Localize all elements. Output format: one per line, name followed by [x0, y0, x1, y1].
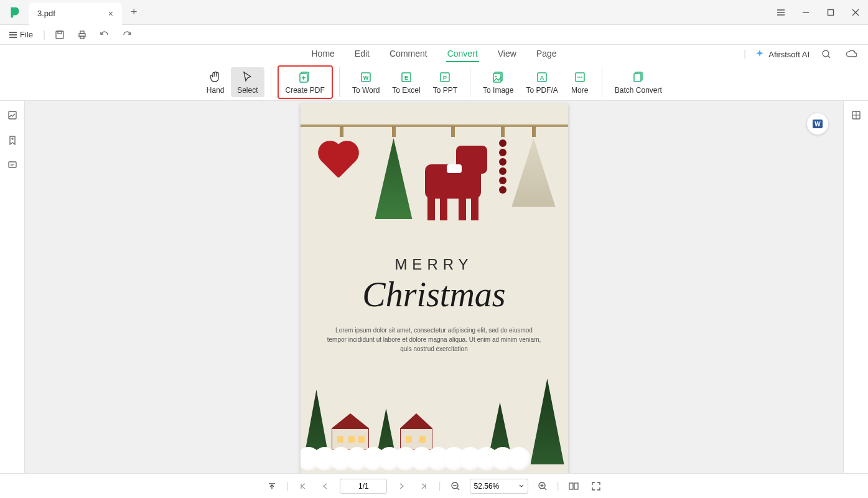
to-image-label: To Image — [483, 86, 513, 95]
svg-point-23 — [581, 77, 582, 78]
window-controls — [768, 0, 868, 25]
svg-rect-0 — [828, 9, 834, 15]
ppt-icon: P — [437, 70, 452, 85]
document-viewport[interactable]: MERRY Christmas Lorem ipsum dolor sit am… — [25, 101, 843, 473]
chevron-down-icon — [519, 484, 524, 489]
create-pdf-button[interactable]: Create PDF — [278, 65, 333, 99]
batch-convert-button[interactable]: Batch Convert — [609, 67, 668, 97]
to-ppt-button[interactable]: P To PPT — [427, 67, 464, 97]
zoom-select[interactable]: 52.56% — [470, 479, 528, 494]
menu-page[interactable]: Page — [535, 46, 558, 62]
batch-convert-label: Batch Convert — [615, 86, 662, 95]
svg-text:W: W — [814, 121, 821, 128]
close-tab-icon[interactable]: × — [108, 9, 113, 19]
menu-home[interactable]: Home — [310, 46, 336, 62]
svg-point-17 — [495, 75, 497, 77]
app-logo — [5, 3, 24, 22]
batch-icon — [631, 70, 646, 85]
svg-text:E: E — [404, 75, 408, 81]
search-icon[interactable] — [818, 46, 834, 62]
file-label: File — [20, 30, 33, 39]
sparkle-icon — [755, 49, 765, 59]
to-pdfa-label: To PDF/A — [526, 86, 558, 95]
ai-label: Afirstsoft AI — [768, 50, 810, 59]
page-number-input[interactable] — [340, 479, 387, 494]
to-pdfa-button[interactable]: A To PDF/A — [520, 67, 564, 97]
svg-point-22 — [579, 77, 581, 78]
last-page-icon[interactable] — [416, 478, 432, 494]
hamburger-icon[interactable] — [768, 0, 793, 25]
zoom-out-icon[interactable] — [447, 478, 464, 494]
menubar: Home Edit Comment Convert View Page | Af… — [0, 45, 868, 63]
lorem-text: Lorem ipsum dolor sit amet, consectetur … — [325, 326, 543, 354]
document-tab[interactable]: 3.pdf × — [29, 2, 122, 25]
more-icon — [572, 70, 587, 85]
maximize-button[interactable] — [818, 0, 843, 25]
menu-convert[interactable]: Convert — [446, 46, 479, 62]
svg-rect-34 — [574, 483, 578, 489]
scroll-top-icon[interactable] — [264, 478, 280, 494]
svg-rect-2 — [58, 31, 62, 34]
excel-icon: E — [399, 70, 414, 85]
to-image-button[interactable]: To Image — [477, 67, 520, 97]
left-panel — [0, 101, 25, 473]
save-icon[interactable] — [52, 27, 68, 43]
menu-comment[interactable]: Comment — [388, 46, 429, 62]
to-word-button[interactable]: W To Word — [346, 67, 386, 97]
word-icon: W — [358, 70, 373, 85]
word-doc-icon: W — [811, 118, 824, 130]
comments-panel-icon[interactable] — [4, 157, 21, 173]
svg-rect-4 — [80, 31, 84, 34]
image-icon — [491, 70, 506, 85]
svg-text:W: W — [363, 75, 369, 81]
hand-tool-button[interactable]: Hand — [200, 67, 231, 97]
svg-rect-33 — [569, 483, 573, 489]
zoom-value: 52.56% — [474, 482, 500, 491]
file-menu[interactable]: File — [5, 27, 37, 42]
menu-edit[interactable]: Edit — [353, 46, 371, 62]
hand-label: Hand — [207, 86, 225, 95]
ribbon: Hand Select Create PDF W To Word E To Ex… — [0, 63, 868, 101]
titlebar: 3.pdf × + — [0, 0, 868, 25]
hand-icon — [208, 70, 223, 85]
statusbar: | | 52.56% | — [0, 473, 868, 498]
pdf-page: MERRY Christmas Lorem ipsum dolor sit am… — [301, 103, 568, 473]
menu-view[interactable]: View — [497, 46, 518, 62]
zoom-in-icon[interactable] — [534, 478, 551, 494]
bookmark-add-icon[interactable] — [4, 132, 21, 148]
minimize-button[interactable] — [793, 0, 818, 25]
first-page-icon[interactable] — [295, 478, 311, 494]
winter-scene — [301, 371, 568, 473]
merry-text: MERRY — [325, 256, 543, 273]
properties-icon[interactable] — [848, 107, 864, 123]
svg-rect-1 — [56, 31, 63, 39]
to-excel-button[interactable]: E To Excel — [386, 67, 426, 97]
prev-page-icon[interactable] — [317, 478, 334, 494]
redo-icon[interactable] — [119, 27, 135, 43]
undo-icon[interactable] — [96, 27, 113, 43]
two-page-view-icon[interactable] — [566, 478, 582, 494]
floating-word-button[interactable]: W — [807, 113, 828, 134]
create-pdf-label: Create PDF — [286, 86, 325, 95]
next-page-icon[interactable] — [393, 478, 409, 494]
add-tab-button[interactable]: + — [131, 6, 138, 19]
fullscreen-icon[interactable] — [588, 478, 604, 494]
to-excel-label: To Excel — [392, 86, 420, 95]
to-word-label: To Word — [352, 86, 380, 95]
more-button[interactable]: More — [564, 67, 595, 97]
select-label: Select — [237, 86, 258, 95]
close-window-button[interactable] — [843, 0, 868, 25]
cursor-icon — [240, 70, 255, 85]
pdfa-icon: A — [534, 70, 549, 85]
svg-rect-26 — [9, 111, 16, 119]
create-pdf-icon — [297, 70, 312, 85]
svg-rect-5 — [80, 36, 84, 39]
print-icon[interactable] — [74, 27, 90, 43]
select-tool-button[interactable]: Select — [231, 67, 264, 97]
ai-button[interactable]: Afirstsoft AI — [755, 49, 810, 59]
cloud-icon[interactable] — [843, 46, 859, 62]
svg-point-21 — [577, 77, 579, 78]
garland-decoration — [301, 110, 568, 234]
thumbnails-icon[interactable] — [4, 107, 21, 123]
more-label: More — [571, 86, 588, 95]
